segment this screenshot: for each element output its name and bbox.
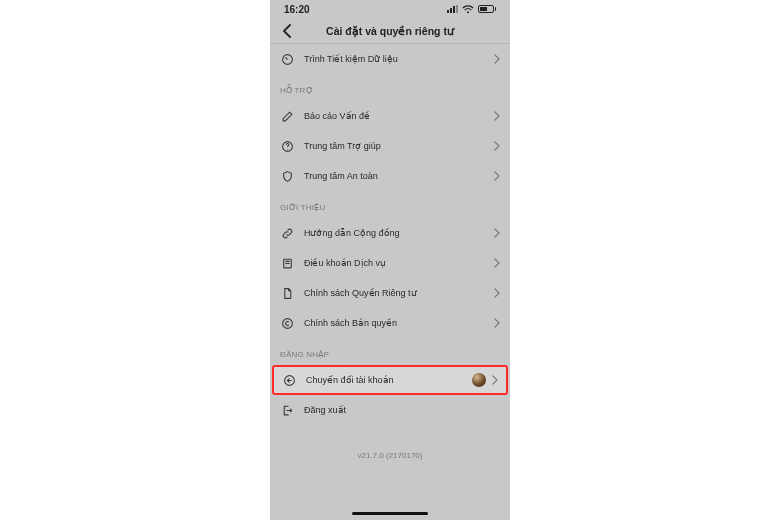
svg-point-2 — [287, 148, 288, 149]
row-switch-account[interactable]: Chuyển đổi tài khoản — [272, 365, 508, 395]
row-terms[interactable]: Điều khoản Dịch vụ — [270, 248, 510, 278]
status-time: 16:20 — [284, 4, 310, 15]
row-label: Trình Tiết kiệm Dữ liệu — [304, 54, 484, 64]
status-bar: 16:20 — [270, 0, 510, 18]
chevron-left-icon — [282, 24, 292, 38]
row-label: Đăng xuất — [304, 405, 500, 415]
row-label: Hướng dẫn Cộng đồng — [304, 228, 484, 238]
navbar: Cài đặt và quyền riêng tư — [270, 18, 510, 44]
chevron-right-icon — [494, 141, 500, 151]
switch-icon — [282, 373, 296, 387]
chevron-right-icon — [494, 111, 500, 121]
row-help-center[interactable]: Trung tâm Trợ giúp — [270, 131, 510, 161]
back-button[interactable] — [278, 20, 296, 42]
row-trailing — [472, 373, 498, 387]
row-privacy-policy[interactable]: Chính sách Quyền Riêng tư — [270, 278, 510, 308]
section-header-login: ĐĂNG NHẬP — [270, 338, 510, 365]
chevron-right-icon — [494, 288, 500, 298]
status-right — [447, 5, 497, 14]
document-icon — [280, 286, 294, 300]
row-label: Chuyển đổi tài khoản — [306, 375, 462, 385]
signal-icon — [447, 5, 458, 13]
avatar — [472, 373, 486, 387]
chevron-right-icon — [494, 171, 500, 181]
row-report-problem[interactable]: Báo cáo Vấn đề — [270, 101, 510, 131]
chevron-right-icon — [494, 228, 500, 238]
battery-icon — [478, 5, 497, 13]
home-indicator[interactable] — [352, 512, 428, 515]
pencil-icon — [280, 109, 294, 123]
svg-point-4 — [282, 318, 292, 328]
book-icon — [280, 256, 294, 270]
logout-icon — [280, 403, 294, 417]
row-copyright-policy[interactable]: Chính sách Bản quyền — [270, 308, 510, 338]
chevron-right-icon — [492, 375, 498, 385]
home-indicator-bar — [270, 508, 510, 520]
row-label: Báo cáo Vấn đề — [304, 111, 484, 121]
chevron-right-icon — [494, 318, 500, 328]
gauge-icon — [280, 52, 294, 66]
row-data-saver[interactable]: Trình Tiết kiệm Dữ liệu — [270, 44, 510, 74]
row-label: Chính sách Bản quyền — [304, 318, 484, 328]
settings-scroll[interactable]: Trình Tiết kiệm Dữ liệu HỖ TRỢ Báo cáo V… — [270, 44, 510, 508]
version-label: v21.7.0 (2170170) — [270, 425, 510, 470]
link-icon — [280, 226, 294, 240]
section-header-about: GIỚI THIỆU — [270, 191, 510, 218]
row-label: Trung tâm Trợ giúp — [304, 141, 484, 151]
shield-icon — [280, 169, 294, 183]
row-label: Trung tâm An toàn — [304, 171, 484, 181]
section-header-support: HỖ TRỢ — [270, 74, 510, 101]
chevron-right-icon — [494, 54, 500, 64]
row-label: Chính sách Quyền Riêng tư — [304, 288, 484, 298]
chevron-right-icon — [494, 258, 500, 268]
wifi-icon — [462, 5, 474, 14]
copyright-icon — [280, 316, 294, 330]
page-title: Cài đặt và quyền riêng tư — [326, 25, 454, 37]
row-community-guidelines[interactable]: Hướng dẫn Cộng đồng — [270, 218, 510, 248]
phone-frame: 16:20 Cài đặt và quyền riêng tư Trình T — [270, 0, 510, 520]
row-logout[interactable]: Đăng xuất — [270, 395, 510, 425]
row-label: Điều khoản Dịch vụ — [304, 258, 484, 268]
row-safety-center[interactable]: Trung tâm An toàn — [270, 161, 510, 191]
question-circle-icon — [280, 139, 294, 153]
